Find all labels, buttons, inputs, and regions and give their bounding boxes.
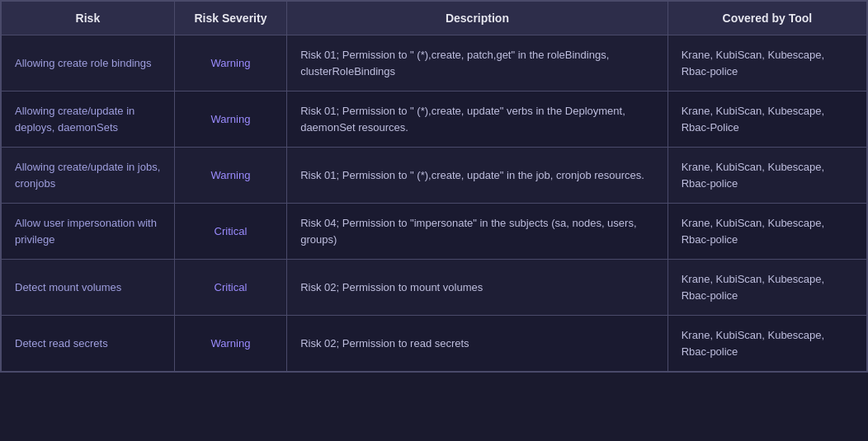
risk-name-cell: Allowing create/update in deploys, daemo… (2, 91, 175, 148)
description-cell: Risk 02; Permission to read secrets (287, 316, 668, 372)
risk-name-cell: Detect read secrets (2, 316, 175, 372)
severity-cell: Critical (174, 260, 286, 316)
severity-cell: Warning (174, 91, 286, 148)
header-description: Description (287, 2, 668, 35)
severity-cell: Warning (174, 35, 286, 91)
tool-cell: Krane, KubiScan, Kubescape, Rbac-police (668, 35, 866, 91)
severity-badge: Critical (215, 225, 248, 237)
header-tool: Covered by Tool (668, 2, 866, 35)
severity-badge: Warning (211, 337, 251, 350)
description-cell: Risk 04; Permission to "impersonate" in … (287, 204, 668, 260)
header-severity: Risk Severity (174, 2, 286, 35)
table-row: Allow user impersonation with privilege … (2, 204, 867, 260)
description-cell: Risk 01; Permission to " (*),create, upd… (287, 148, 668, 204)
table-row: Allowing create/update in deploys, daemo… (2, 91, 867, 148)
severity-badge: Warning (211, 113, 251, 125)
severity-cell: Warning (174, 148, 286, 204)
tool-cell: Krane, KubiScan, Kubescape, Rbac-police (668, 260, 866, 316)
description-cell: Risk 02; Permission to mount volumes (287, 260, 668, 316)
description-cell: Risk 01; Permission to " (*),create, pat… (287, 35, 668, 91)
description-cell: Risk 01; Permission to " (*),create, upd… (287, 91, 668, 148)
risk-name-cell: Allowing create role bindings (2, 35, 175, 91)
severity-badge: Warning (211, 57, 251, 69)
severity-badge: Warning (211, 169, 251, 181)
table-row: Detect read secrets Warning Risk 02; Per… (2, 316, 867, 372)
risk-name-cell: Detect mount volumes (2, 260, 175, 316)
risk-name-cell: Allow user impersonation with privilege (2, 204, 175, 260)
table-row: Detect mount volumes Critical Risk 02; P… (2, 260, 867, 316)
tool-cell: Krane, KubiScan, Kubescape, Rbac-Police (668, 91, 866, 148)
severity-cell: Warning (174, 316, 286, 372)
risk-name-cell: Allowing create/update in jobs, cronjobs (2, 148, 175, 204)
rbac-risks-table: Risk Risk Severity Description Covered b… (0, 0, 868, 373)
table-row: Allowing create/update in jobs, cronjobs… (2, 148, 867, 204)
table-row: Allowing create role bindings Warning Ri… (2, 35, 867, 91)
severity-badge: Critical (215, 281, 248, 293)
severity-cell: Critical (174, 204, 286, 260)
tool-cell: Krane, KubiScan, Kubescape, Rbac-police (668, 148, 866, 204)
tool-cell: Krane, KubiScan, Kubescape, Rbac-police (668, 316, 866, 372)
tool-cell: Krane, KubiScan, Kubescape, Rbac-police (668, 204, 866, 260)
header-risk: Risk (2, 2, 175, 35)
table-header-row: Risk Risk Severity Description Covered b… (2, 2, 867, 35)
